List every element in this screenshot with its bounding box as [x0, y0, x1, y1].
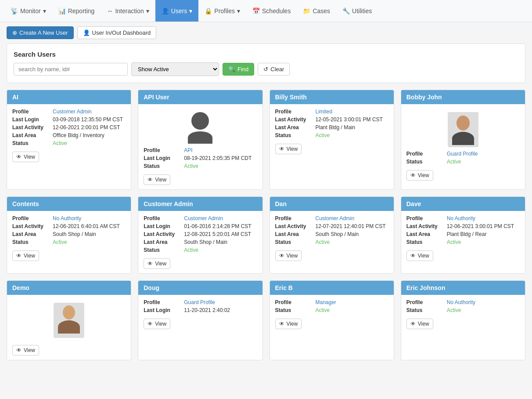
user-field: ProfileAPI — [144, 147, 257, 153]
user-field: Last AreaSouth Shop / Main — [12, 231, 126, 237]
view-button[interactable]: 👁 View — [406, 250, 433, 261]
view-button[interactable]: 👁 View — [406, 170, 433, 181]
user-card: Bobby John ProfileGuard ProfileStatusAct… — [401, 90, 525, 190]
monitor-dropdown-icon: ▾ — [43, 7, 46, 15]
find-button[interactable]: 🔍 Find — [223, 63, 254, 76]
user-field-status: StatusActive — [406, 239, 520, 245]
nav-utilities[interactable]: 🔧 Utilities — [336, 0, 378, 22]
user-field: Last Activity12-08-2021 5:20:01 AM CST — [144, 231, 257, 237]
view-button[interactable]: 👁 View — [275, 319, 302, 329]
nav-cases[interactable]: 📁 Cases — [297, 0, 336, 22]
view-button[interactable]: 👁 View — [275, 250, 302, 261]
view-button[interactable]: 👁 View — [144, 319, 170, 329]
field-label: Profile — [144, 215, 183, 221]
user-card-body: ProfileGuard ProfileStatusActive👁 View — [401, 104, 525, 185]
user-card: Customer AdminProfileCustomer AdminLast … — [138, 196, 262, 274]
field-value[interactable]: API — [184, 147, 257, 153]
status-badge: Active — [447, 307, 520, 313]
user-field: ProfileNo Authority — [406, 215, 520, 221]
field-value[interactable]: No Authority — [447, 299, 520, 305]
nav-users-label: Users — [171, 7, 187, 15]
field-label: Last Activity — [144, 231, 183, 237]
clear-button[interactable]: ↺ Clear — [258, 63, 290, 76]
status-badge: Active — [316, 307, 388, 313]
field-label: Last Activity — [406, 223, 446, 229]
clear-label: Clear — [270, 66, 284, 73]
view-button[interactable]: 👁 View — [12, 345, 39, 355]
field-label: Profile — [406, 151, 446, 157]
user-field: ProfileNo Authority — [12, 215, 126, 221]
status-label: Status — [144, 163, 183, 169]
field-label: Last Activity — [12, 124, 52, 131]
view-button[interactable]: 👁 View — [144, 174, 170, 185]
status-badge: Active — [53, 140, 126, 146]
users-dropdown-icon: ▾ — [189, 7, 192, 15]
user-card-body: ProfileNo AuthorityLast Activity12-06-20… — [7, 211, 131, 265]
user-card-body: ProfileAPILast Login08-19-2021 2:05:35 P… — [138, 104, 262, 189]
field-value[interactable]: Guard Profile — [447, 151, 520, 157]
nav-interaction[interactable]: ↔ Interaction ▾ — [101, 0, 155, 22]
user-field-status: StatusActive — [12, 239, 126, 245]
user-card: Eric BProfileManagerStatusActive👁 View — [270, 280, 394, 360]
user-card: Eric JohnsonProfileNo AuthorityStatusAct… — [401, 280, 525, 360]
field-value[interactable]: Customer Admin — [316, 215, 388, 221]
user-card: DaveProfileNo AuthorityLast Activity12-0… — [401, 196, 525, 274]
user-in-out-button[interactable]: 👤 User In/Out Dashboard — [77, 26, 157, 39]
user-card-header: Dave — [401, 197, 525, 211]
clear-icon: ↺ — [263, 66, 268, 73]
field-value[interactable]: Manager — [316, 299, 388, 305]
eye-icon: 👁 — [147, 321, 153, 327]
user-card-header: Demo — [7, 281, 131, 295]
field-label: Last Area — [144, 239, 183, 245]
user-card-body: ProfileCustomer AdminLast Login03-09-201… — [7, 104, 131, 167]
view-button[interactable]: 👁 View — [144, 258, 170, 269]
field-value[interactable]: No Authority — [53, 215, 126, 221]
search-row: Show Active Show All Show Inactive 🔍 Fin… — [14, 62, 518, 76]
user-in-out-icon: 👤 — [83, 29, 90, 36]
create-new-user-button[interactable]: ⊕ Create A New User — [7, 26, 74, 39]
field-value: 01-06-2016 2:14:28 PM CST — [184, 223, 257, 229]
field-value[interactable]: No Authority — [447, 215, 520, 221]
nav-profiles-label: Profiles — [214, 7, 235, 15]
nav-users[interactable]: 👤 Users ▾ — [155, 0, 199, 22]
field-value: South Shop / Main — [53, 231, 126, 237]
user-avatar — [12, 303, 126, 338]
view-button[interactable]: 👁 View — [275, 144, 302, 154]
search-input[interactable] — [14, 63, 128, 76]
field-label: Profile — [12, 215, 52, 221]
view-button[interactable]: 👁 View — [12, 250, 39, 261]
user-field: Last AreaPlant Bldg / Main — [275, 124, 388, 131]
field-value[interactable]: Customer Admin — [53, 109, 126, 115]
nav-interaction-label: Interaction — [115, 7, 144, 15]
field-label: Last Activity — [275, 116, 315, 123]
view-button[interactable]: 👁 View — [406, 319, 433, 329]
user-field-status: StatusActive — [12, 140, 126, 146]
nav-schedules[interactable]: 📅 Schedules — [246, 0, 297, 22]
nav-monitor[interactable]: 📡 Monitor ▾ — [4, 0, 52, 22]
nav-utilities-label: Utilities — [352, 7, 372, 15]
status-label: Status — [406, 307, 446, 313]
field-value: 12-05-2021 3:00:01 PM CST — [316, 116, 388, 123]
nav-reporting[interactable]: 📊 Reporting — [52, 0, 101, 22]
field-value[interactable]: Customer Admin — [184, 215, 257, 221]
user-field: ProfileCustomer Admin — [144, 215, 257, 221]
user-card-body: ProfileNo AuthorityLast Activity12-06-20… — [401, 211, 525, 265]
filter-select[interactable]: Show Active Show All Show Inactive — [131, 62, 219, 76]
status-badge: Active — [53, 239, 126, 245]
view-button[interactable]: 👁 View — [12, 152, 39, 162]
toolbar: ⊕ Create A New User 👤 User In/Out Dashbo… — [0, 22, 532, 44]
nav-schedules-label: Schedules — [262, 7, 291, 15]
field-value: 12-06-2021 6:40:01 AM CST — [53, 223, 126, 229]
user-field: Last AreaOffice Bldg / Inventory — [12, 132, 126, 138]
field-label: Last Area — [12, 132, 52, 138]
status-label: Status — [12, 239, 52, 245]
eye-icon: 👁 — [147, 177, 153, 183]
field-label: Profile — [12, 109, 52, 115]
user-avatar — [144, 112, 257, 144]
nav-profiles[interactable]: 🔒 Profiles ▾ — [198, 0, 246, 22]
search-title: Search Users — [14, 51, 518, 58]
field-value[interactable]: Guard Profile — [184, 299, 257, 305]
field-value[interactable]: Limited — [316, 109, 388, 115]
user-field-status: StatusActive — [406, 159, 520, 165]
user-card-header: API User — [138, 90, 262, 104]
